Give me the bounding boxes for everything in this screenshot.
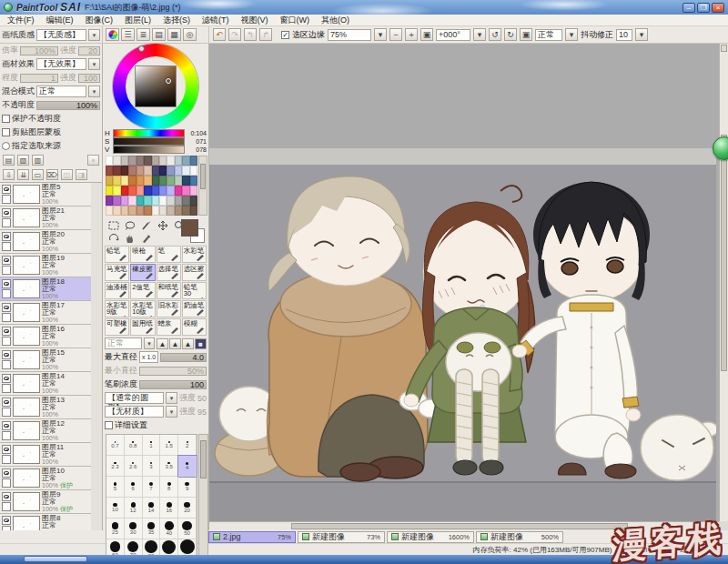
layer-item[interactable]: 图层16 正常 100% [0, 325, 91, 348]
sv-square[interactable] [135, 65, 177, 107]
tool-mode-select[interactable]: 正常 [535, 29, 562, 41]
color-swatch[interactable] [106, 166, 113, 176]
menu-item[interactable]: 选择(S) [163, 15, 190, 26]
merge-down-icon[interactable]: ⇊ [17, 169, 29, 180]
menu-item[interactable]: 窗口(W) [280, 15, 310, 26]
color-swatch[interactable] [113, 196, 120, 206]
size-preset[interactable]: 35 [143, 519, 161, 539]
layer-link-toggle[interactable] [2, 195, 11, 204]
color-swatch[interactable] [128, 186, 136, 196]
detail-settings-checkbox[interactable] [105, 421, 113, 429]
color-swatch[interactable] [182, 156, 189, 166]
brush-item[interactable]: 奶油笔 [182, 300, 207, 317]
color-swatch[interactable] [190, 176, 197, 186]
color-swatch[interactable] [175, 186, 182, 196]
size-preset[interactable]: 8 [160, 477, 178, 498]
new-folder-icon[interactable]: ▥ [32, 155, 44, 166]
color-swatch[interactable] [128, 166, 136, 176]
brush-item[interactable]: 喷枪 [130, 246, 155, 263]
color-swatch[interactable] [136, 166, 144, 176]
layer-item[interactable]: 图层9 正常 100%保护 [0, 490, 91, 514]
layer-visibility-toggle[interactable] [2, 445, 11, 454]
layer-link-toggle[interactable] [2, 408, 11, 417]
color-swatch[interactable] [144, 196, 151, 206]
brush-item[interactable]: 旧水彩 [157, 300, 181, 317]
max-diameter-slider[interactable]: 4.0 [160, 353, 207, 362]
color-swatch[interactable] [144, 156, 151, 166]
layer-link-toggle[interactable] [2, 313, 11, 322]
color-swatch[interactable] [159, 206, 167, 216]
layer-visibility-toggle[interactable] [2, 279, 11, 288]
size-preset[interactable]: 3 [143, 456, 161, 477]
marquee-tool[interactable] [106, 219, 121, 231]
scrollbar-top-button[interactable] [721, 45, 727, 52]
size-preset[interactable]: 40 [160, 519, 178, 539]
color-swatch[interactable] [159, 166, 167, 176]
color-swatch[interactable] [121, 186, 128, 196]
layer-item[interactable]: 图层20 正常 100% [0, 230, 91, 254]
color-swatch[interactable] [121, 196, 128, 206]
size-preset[interactable]: 3.5 [160, 456, 178, 477]
rotate-ccw-button[interactable]: ↺ [489, 28, 501, 41]
layer-link-toggle[interactable] [2, 526, 11, 530]
jitter-value[interactable]: 10 [616, 29, 632, 41]
menu-item[interactable]: 视图(V) [241, 15, 268, 26]
brush-item[interactable]: 铅笔 [105, 246, 129, 263]
color-swatch[interactable] [190, 206, 197, 216]
brush-texture-dropdown-icon[interactable]: ▾ [166, 406, 177, 418]
color-swatch[interactable] [190, 186, 197, 196]
color-swatch[interactable] [182, 206, 189, 216]
brush-item[interactable]: 圆用纸 [130, 318, 155, 336]
opacity-slider[interactable]: 100% [36, 101, 100, 110]
close-button[interactable]: × [712, 3, 724, 13]
layer-item[interactable]: 图层11 正常 100% [0, 443, 91, 467]
artwork-canvas[interactable] [209, 44, 716, 521]
zoom-reset-button[interactable]: ▣ [420, 28, 433, 41]
color-swatch[interactable] [144, 166, 151, 176]
size-preset[interactable]: 50 [178, 519, 197, 539]
color-swatch[interactable] [190, 166, 197, 176]
brush-item[interactable]: 选区擦 [182, 264, 207, 281]
canvas-area[interactable] [209, 44, 728, 530]
blend-mode-dropdown-icon[interactable]: ▾ [88, 86, 100, 97]
size-preset[interactable]: 4 [178, 456, 197, 477]
strength2-slider[interactable]: 100 [78, 74, 100, 83]
brush-item[interactable]: 笔 [157, 246, 181, 263]
transfer-down-icon[interactable]: ⇩ [3, 169, 15, 180]
layer-link-toggle[interactable] [2, 431, 11, 440]
diameter-unit-button[interactable]: x 1.0 [139, 351, 158, 363]
protect-opacity-checkbox[interactable] [2, 115, 10, 123]
hue-marker[interactable] [138, 45, 145, 52]
color-swatch[interactable] [106, 206, 113, 216]
color-swatch[interactable] [182, 196, 189, 206]
brush-item[interactable]: 蜡浆 [157, 318, 181, 336]
brush-item[interactable]: 选择笔 [157, 264, 181, 281]
rotate-canvas-tool[interactable] [106, 232, 121, 244]
menu-item[interactable]: 图像(C) [86, 15, 114, 26]
hsv-slider-toggle[interactable]: ≣ [136, 28, 150, 41]
layer-visibility-toggle[interactable] [2, 327, 11, 336]
color-swatch[interactable] [152, 196, 159, 206]
redo-button[interactable]: ↷ [228, 28, 241, 41]
scale-slider[interactable]: 100% [20, 46, 58, 55]
clear-layer-icon[interactable]: ▭ [32, 169, 44, 180]
layer-visibility-toggle[interactable] [2, 232, 11, 241]
layer-link-toggle[interactable] [2, 502, 11, 511]
size-preset[interactable]: 1 [143, 435, 161, 456]
size-preset[interactable]: 1.5 [160, 435, 178, 456]
color-swatch[interactable] [182, 186, 189, 196]
h-slider[interactable] [113, 129, 185, 137]
brush-blend-select[interactable]: 正常 [105, 337, 142, 349]
color-swatch[interactable] [152, 166, 159, 176]
layer-item[interactable]: 图层5 正常 100% [0, 183, 91, 206]
color-swatch[interactable] [106, 176, 113, 186]
scratchpad-toggle[interactable]: ◎ [183, 28, 197, 41]
menu-item[interactable]: 滤镜(T) [202, 15, 229, 26]
color-swatch[interactable] [136, 196, 144, 206]
taskbar-window-button[interactable] [24, 556, 87, 562]
brush-item[interactable]: 可塑橡 [105, 318, 129, 336]
layer-visibility-toggle[interactable] [2, 350, 11, 359]
min-diameter-slider[interactable]: 50% [139, 367, 207, 376]
color-swatch[interactable] [175, 166, 182, 176]
new-vector-layer-icon[interactable]: ▧ [17, 155, 29, 166]
